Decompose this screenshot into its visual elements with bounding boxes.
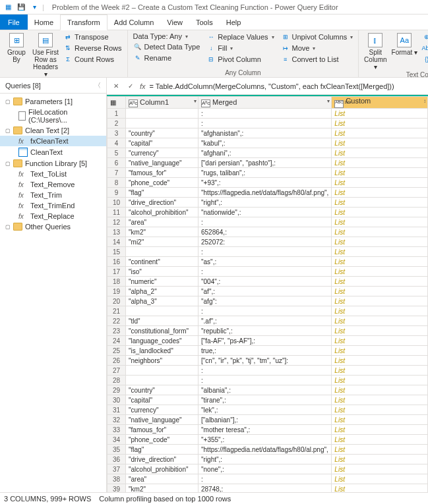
table-row[interactable]: 8"phone_code""+93",:List [107, 178, 428, 188]
tree-item[interactable]: CleanText [0, 146, 106, 158]
column-header-custom[interactable]: ABC 123Custom↕ [332, 97, 428, 109]
row-number[interactable]: 28 [107, 376, 126, 385]
table-row[interactable]: 28:List [107, 376, 428, 385]
row-number[interactable]: 16 [107, 257, 126, 267]
cell-custom[interactable]: List [332, 306, 428, 316]
table-row[interactable]: 32"native_language"["albanian"],:List [107, 415, 428, 425]
pivot-column-button[interactable]: ⊟Pivot Column [204, 54, 276, 65]
cell-custom[interactable]: List [332, 316, 428, 326]
row-number[interactable]: 11 [107, 208, 126, 217]
move-button[interactable]: ↦Move [278, 43, 356, 53]
tree-item[interactable]: Text_Remove [0, 179, 106, 190]
row-number[interactable]: 34 [107, 435, 126, 445]
formula-accept-icon[interactable]: ✓ [125, 81, 136, 92]
row-number[interactable]: 33 [107, 425, 126, 435]
table-row[interactable]: 20"alpha_3""afg":List [107, 296, 428, 306]
table-row[interactable]: 9"flag""https://flagpedia.net/data/flags… [107, 188, 428, 198]
row-number[interactable]: 6 [107, 158, 126, 168]
cell-merged[interactable]: "+355",: [199, 435, 332, 445]
cell-merged[interactable]: : [199, 474, 332, 484]
cell-custom[interactable]: List [332, 128, 428, 138]
tree-group[interactable]: ▢Function Library [5] [0, 158, 106, 169]
column-header-merged[interactable]: AᴮcMerged▾ [199, 97, 332, 109]
cell-custom[interactable]: List [332, 376, 428, 385]
reverse-rows-button[interactable]: ⇅Reverse Rows [61, 43, 125, 53]
table-row[interactable]: 4"capital""kabul",:List [107, 138, 428, 148]
table-row[interactable]: 7"famous_for""rugs, taliban",:List [107, 168, 428, 178]
row-number[interactable]: 2 [107, 119, 126, 128]
row-number[interactable]: 19 [107, 287, 126, 296]
detect-data-type-button[interactable]: 🔍Detect Data Type [131, 42, 203, 52]
table-row[interactable]: 37"alcohol_prohibition""none",:List [107, 464, 428, 474]
use-first-row-button[interactable]: ▤Use First Row as Headers ▾ [32, 32, 59, 78]
table-row[interactable]: 39"km2"28748,:List [107, 484, 428, 493]
cell-merged[interactable]: "mother teresa",: [199, 425, 332, 435]
filter-icon[interactable]: ▾ [194, 98, 197, 104]
table-row[interactable]: 16"continent""as",:List [107, 257, 428, 267]
cell-custom[interactable]: List [332, 366, 428, 376]
cell-custom[interactable]: List [332, 109, 428, 119]
table-row[interactable]: 11"alcohol_prohibition""nationwide",:Lis… [107, 208, 428, 217]
tab-transform[interactable]: Transform [60, 14, 107, 30]
cell-column1[interactable]: "currency" [126, 405, 199, 415]
row-number[interactable]: 25 [107, 346, 126, 356]
row-number[interactable]: 9 [107, 188, 126, 198]
cell-custom[interactable]: List [332, 326, 428, 336]
cell-column1[interactable] [126, 109, 199, 119]
table-row[interactable]: 34"phone_code""+355",:List [107, 435, 428, 445]
cell-merged[interactable]: : [199, 109, 332, 119]
cell-column1[interactable]: "famous_for" [126, 168, 199, 178]
cell-column1[interactable]: "native_language" [126, 415, 199, 425]
table-row[interactable]: 26"neighbors"["cn", "ir", "pk", "tj", "t… [107, 356, 428, 366]
row-number[interactable]: 30 [107, 395, 126, 405]
transpose-button[interactable]: ⇄Transpose [61, 32, 125, 42]
cell-column1[interactable]: "mi2" [126, 237, 199, 247]
tree-group[interactable]: ▢Clean Text [2] [0, 125, 106, 136]
fill-button[interactable]: ↓Fill [204, 43, 276, 53]
tree-item[interactable]: Text_Trim [0, 190, 106, 200]
cell-custom[interactable]: List [332, 455, 428, 464]
tree-group[interactable]: ▢Other Queries [0, 221, 106, 232]
cell-column1[interactable]: "numeric" [126, 277, 199, 287]
cell-merged[interactable]: 28748,: [199, 484, 332, 493]
cell-merged[interactable]: "https://flagpedia.net/data/flags/h80/af… [199, 188, 332, 198]
cell-custom[interactable]: List [332, 484, 428, 493]
table-row[interactable]: 17"iso":List [107, 267, 428, 277]
tab-home[interactable]: Home [28, 14, 60, 30]
table-row[interactable]: 22"tld"".af",:List [107, 316, 428, 326]
table-row[interactable]: 36"drive_direction""right",:List [107, 455, 428, 464]
cell-column1[interactable] [126, 366, 199, 376]
row-number[interactable]: 20 [107, 296, 126, 306]
cell-column1[interactable]: "flag" [126, 445, 199, 455]
table-row[interactable]: 21:List [107, 306, 428, 316]
table-row[interactable]: 1:List [107, 109, 428, 119]
cell-custom[interactable]: List [332, 227, 428, 237]
formula-cancel-icon[interactable]: ✕ [111, 81, 121, 92]
cell-merged[interactable]: "+93",: [199, 178, 332, 188]
cell-column1[interactable]: "km2" [126, 227, 199, 237]
row-number[interactable]: 12 [107, 217, 126, 227]
row-number[interactable]: 38 [107, 474, 126, 484]
tab-tools[interactable]: Tools [189, 14, 220, 30]
cell-merged[interactable]: : [199, 376, 332, 385]
row-number[interactable]: 1 [107, 109, 126, 119]
cell-column1[interactable] [126, 119, 199, 128]
cell-merged[interactable]: 252072: [199, 237, 332, 247]
cell-custom[interactable]: List [332, 148, 428, 158]
row-number[interactable]: 29 [107, 385, 126, 395]
cell-merged[interactable]: "none",: [199, 464, 332, 474]
tree-item[interactable]: FileLocation (C:\Users\... [0, 107, 106, 125]
row-number[interactable]: 27 [107, 366, 126, 376]
cell-custom[interactable]: List [332, 435, 428, 445]
tab-help[interactable]: Help [220, 14, 248, 30]
table-row[interactable]: 3"country""afghanistan",:List [107, 128, 428, 138]
tree-group[interactable]: ▢Parameters [1] [0, 96, 106, 107]
row-header-corner[interactable]: ▦ [107, 97, 126, 109]
cell-merged[interactable]: "tirane",: [199, 395, 332, 405]
cell-column1[interactable]: "alpha_3" [126, 296, 199, 306]
cell-column1[interactable]: "famous_for" [126, 425, 199, 435]
cell-column1[interactable]: "alpha_2" [126, 287, 199, 296]
row-number[interactable]: 3 [107, 128, 126, 138]
cell-custom[interactable]: List [332, 158, 428, 168]
row-number[interactable]: 10 [107, 198, 126, 208]
